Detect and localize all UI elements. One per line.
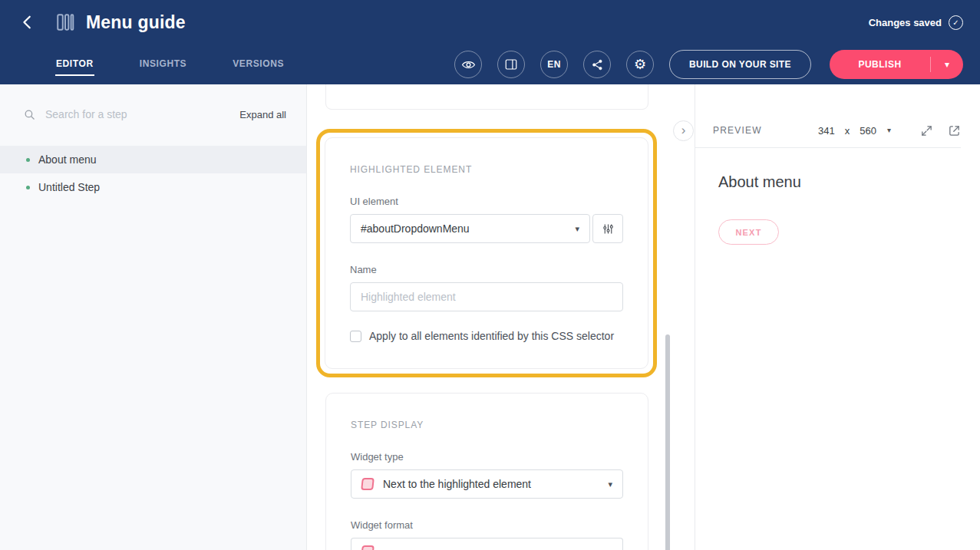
step-bullet-icon — [26, 158, 30, 162]
step-label: About menu — [38, 153, 97, 166]
gear-icon: ⚙ — [634, 58, 646, 71]
share-button[interactable] — [583, 51, 611, 78]
publish-dropdown-button[interactable]: ▾ — [931, 50, 963, 79]
chevron-down-icon: ▾ — [887, 127, 891, 134]
expand-all-link[interactable]: Expand all — [239, 109, 286, 120]
content-area: Expand all About menu Untitled Step HIGH… — [0, 84, 980, 550]
preview-body: About menu NEXT — [695, 148, 980, 245]
language-button[interactable]: EN — [540, 51, 568, 78]
page-title: Menu guide — [86, 12, 186, 33]
settings-button[interactable]: ⚙ — [626, 51, 654, 78]
widget-tooltip-icon — [361, 478, 375, 490]
collapse-preview-button[interactable]: › — [673, 120, 694, 141]
main-tabs: EDITOR INSIGHTS VERSIONS — [55, 54, 285, 76]
step-editor: HIGHLIGHTED ELEMENT UI element #aboutDro… — [307, 84, 695, 550]
highlighted-element-card: HIGHLIGHTED ELEMENT UI element #aboutDro… — [325, 137, 648, 369]
eye-icon — [461, 58, 476, 72]
steps-sidebar: Expand all About menu Untitled Step — [0, 84, 307, 550]
layout-panel-icon — [504, 58, 518, 71]
language-code-label: EN — [547, 59, 561, 70]
top-bar: Menu guide Changes saved ✓ EDITOR INSIGH… — [0, 0, 980, 84]
preview-fullscreen-button[interactable] — [920, 124, 933, 137]
widget-tooltip-icon — [361, 545, 375, 550]
preview-label: PREVIEW — [713, 125, 762, 136]
widget-type-label: Widget type — [351, 451, 623, 463]
preview-size-separator: x — [845, 125, 850, 137]
chevron-down-icon: ▾ — [575, 225, 579, 233]
build-on-your-site-button[interactable]: BUILD ON YOUR SITE — [669, 50, 811, 79]
widget-format-label: Widget format — [351, 519, 623, 531]
name-label: Name — [350, 264, 623, 275]
editor-scrollbar-thumb[interactable] — [665, 334, 670, 550]
selection-highlight-border: HIGHLIGHTED ELEMENT UI element #aboutDro… — [316, 129, 657, 377]
open-in-new-icon — [948, 124, 961, 137]
widget-type-select[interactable]: Next to the highlighted element ▾ — [351, 469, 623, 499]
apply-all-row: Apply to all elements identified by this… — [350, 330, 623, 342]
tab-insights[interactable]: INSIGHTS — [139, 54, 187, 76]
element-name-input[interactable] — [350, 282, 623, 311]
publish-split-button: PUBLISH ▾ — [830, 50, 963, 79]
step-list: About menu Untitled Step — [0, 146, 306, 201]
changes-saved-label: Changes saved — [869, 17, 942, 28]
preview-width-value: 341 — [818, 125, 835, 137]
preview-next-button[interactable]: NEXT — [718, 219, 779, 245]
search-input[interactable] — [44, 107, 232, 121]
previous-settings-card — [325, 84, 648, 110]
ui-element-select[interactable]: #aboutDropdownMenu ▾ — [350, 214, 590, 243]
apply-all-checkbox[interactable] — [350, 331, 361, 342]
preview-panel: PREVIEW 341 x 560 ▾ — [695, 84, 980, 550]
element-advanced-settings-button[interactable] — [592, 214, 623, 243]
chevron-right-icon: › — [681, 124, 686, 137]
step-label: Untitled Step — [38, 181, 100, 193]
title-row: Menu guide Changes saved ✓ — [0, 0, 980, 44]
widget-format-select[interactable] — [351, 538, 623, 550]
open-in-new-tab-button[interactable] — [948, 124, 961, 137]
step-bullet-icon — [26, 186, 30, 189]
highlighted-element-heading: HIGHLIGHTED ELEMENT — [350, 164, 623, 175]
changes-saved-status: Changes saved ✓ — [869, 15, 963, 30]
sliders-icon — [602, 222, 615, 235]
preview-step-title: About menu — [718, 173, 980, 191]
preview-height-value: 560 — [860, 125, 876, 137]
apply-all-label: Apply to all elements identified by this… — [369, 330, 614, 342]
publish-button[interactable]: PUBLISH — [830, 50, 930, 79]
ui-element-value: #aboutDropdownMenu — [361, 222, 566, 235]
back-button[interactable] — [15, 10, 40, 35]
step-item-about-menu[interactable]: About menu — [0, 146, 306, 173]
check-circle-icon: ✓ — [949, 15, 963, 30]
guide-type-icon — [55, 12, 75, 32]
ui-element-row: #aboutDropdownMenu ▾ — [350, 214, 623, 243]
chevron-down-icon: ▾ — [608, 480, 612, 489]
step-display-heading: STEP DISPLAY — [351, 420, 623, 430]
step-item-untitled-step[interactable]: Untitled Step — [0, 173, 306, 201]
back-arrow-icon — [19, 14, 36, 31]
layout-panel-button[interactable] — [497, 51, 525, 78]
step-display-card: STEP DISPLAY Widget type Next to the hig… — [325, 393, 648, 550]
search-icon — [23, 108, 36, 121]
step-search-row: Expand all — [0, 84, 306, 121]
expand-icon — [920, 124, 933, 137]
preview-header: PREVIEW 341 x 560 ▾ — [695, 114, 961, 148]
share-icon — [591, 58, 604, 71]
ui-element-label: UI element — [350, 196, 623, 207]
preview-eye-button[interactable] — [454, 51, 482, 78]
tab-editor[interactable]: EDITOR — [55, 54, 94, 76]
preview-size-select[interactable]: 341 x 560 ▾ — [818, 125, 891, 137]
tab-versions[interactable]: VERSIONS — [232, 54, 285, 76]
toolbar-row: EDITOR INSIGHTS VERSIONS EN — [0, 44, 980, 84]
widget-type-value: Next to the highlighted element — [383, 478, 599, 490]
chevron-down-icon: ▾ — [945, 59, 949, 70]
